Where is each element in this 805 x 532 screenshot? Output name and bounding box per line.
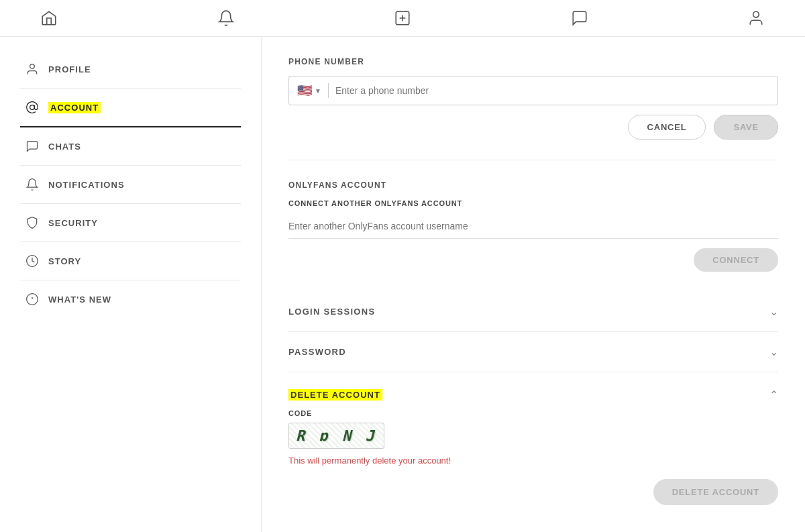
chevron-up-icon: ⌃: [769, 388, 778, 401]
captcha-image: R ɒ N J: [288, 423, 384, 449]
delete-account-header[interactable]: DELETE ACCOUNT ⌃: [288, 378, 778, 409]
cancel-button[interactable]: CANCEL: [628, 115, 706, 140]
sidebar-item-security[interactable]: SECURITY: [20, 204, 241, 242]
sidebar-item-chats[interactable]: CHATS: [20, 127, 241, 166]
sidebar-item-notifications[interactable]: NOTIFICATIONS: [20, 166, 241, 204]
sidebar-item-account[interactable]: ACCOUNT: [20, 89, 241, 127]
sidebar-item-whats-new[interactable]: WHAT'S NEW: [20, 280, 241, 318]
svg-point-1: [753, 11, 759, 17]
sidebar-label-profile: PROFILE: [48, 64, 91, 74]
sidebar-label-whats-new: WHAT'S NEW: [48, 295, 111, 305]
phone-number-label: PHONE NUMBER: [288, 57, 778, 66]
sidebar-item-profile[interactable]: PROFILE: [20, 50, 241, 89]
onlyfans-label: ONLYFANS ACCOUNT: [288, 180, 778, 190]
delete-account-actions: DELETE ACCOUNT: [288, 479, 778, 505]
connect-button[interactable]: CONNECT: [694, 248, 778, 272]
connect-another-label: CONNECT ANOTHER ONLYFANS ACCOUNT: [288, 199, 778, 207]
main-content: PHONE NUMBER 🇺🇸 ▼ CANCEL SAVE ONLYFANS A…: [262, 37, 805, 532]
chats-icon: [25, 140, 39, 153]
sidebar-label-security: SECURITY: [48, 218, 98, 228]
messages-nav-button[interactable]: [571, 9, 588, 27]
delete-warning-text: This will permanently delete your accoun…: [288, 456, 778, 466]
at-sign-icon: [25, 101, 39, 114]
user-icon: [25, 62, 39, 76]
main-layout: PROFILE ACCOUNT CHATS NOTIFICATIONS SECU…: [0, 37, 805, 532]
onlyfans-username-input[interactable]: [288, 214, 778, 239]
phone-input[interactable]: [335, 85, 769, 96]
clock-icon: [25, 254, 39, 268]
connect-actions: CONNECT: [288, 248, 778, 272]
login-sessions-row[interactable]: LOGIN SESSIONS ⌄: [288, 292, 778, 332]
phone-input-container: 🇺🇸 ▼: [288, 76, 778, 105]
phone-actions: CANCEL SAVE: [288, 115, 778, 140]
delete-account-label: DELETE ACCOUNT: [288, 390, 382, 400]
profile-nav-button[interactable]: [747, 9, 765, 27]
shield-icon: [25, 216, 39, 229]
svg-point-2: [30, 64, 35, 69]
country-selector[interactable]: 🇺🇸 ▼: [297, 83, 329, 98]
sidebar-label-account: ACCOUNT: [48, 103, 101, 113]
notifications-icon: [25, 178, 39, 191]
flag-icon: 🇺🇸: [297, 83, 312, 98]
password-row[interactable]: PASSWORD ⌄: [288, 332, 778, 372]
sidebar-label-notifications: NOTIFICATIONS: [48, 180, 125, 190]
onlyfans-section: ONLYFANS ACCOUNT CONNECT ANOTHER ONLYFAN…: [288, 180, 778, 272]
sidebar-label-story: STORY: [48, 256, 81, 266]
login-sessions-label: LOGIN SESSIONS: [288, 307, 375, 317]
phone-number-section: PHONE NUMBER 🇺🇸 ▼ CANCEL SAVE: [288, 57, 778, 140]
sidebar: PROFILE ACCOUNT CHATS NOTIFICATIONS SECU…: [0, 37, 262, 532]
delete-account-section: DELETE ACCOUNT ⌃ CODE R ɒ N J This will …: [288, 378, 778, 505]
notifications-nav-button[interactable]: [217, 9, 235, 27]
delete-account-button[interactable]: DELETE ACCOUNT: [653, 479, 778, 505]
sidebar-item-story[interactable]: STORY: [20, 242, 241, 280]
sidebar-label-chats: CHATS: [48, 142, 81, 152]
code-label: CODE: [288, 409, 778, 417]
password-label: PASSWORD: [288, 347, 346, 357]
top-nav: [0, 0, 805, 37]
chevron-down-icon: ▼: [315, 87, 321, 95]
divider-1: [288, 160, 778, 160]
whats-new-icon: [25, 292, 39, 306]
home-nav-button[interactable]: [40, 9, 58, 27]
save-button[interactable]: SAVE: [714, 115, 778, 140]
delete-account-body: CODE R ɒ N J This will permanently delet…: [288, 409, 778, 505]
chevron-down-icon: ⌄: [769, 345, 778, 358]
create-post-nav-button[interactable]: [394, 9, 411, 27]
chevron-down-icon: ⌄: [769, 305, 778, 318]
svg-point-3: [30, 105, 35, 110]
